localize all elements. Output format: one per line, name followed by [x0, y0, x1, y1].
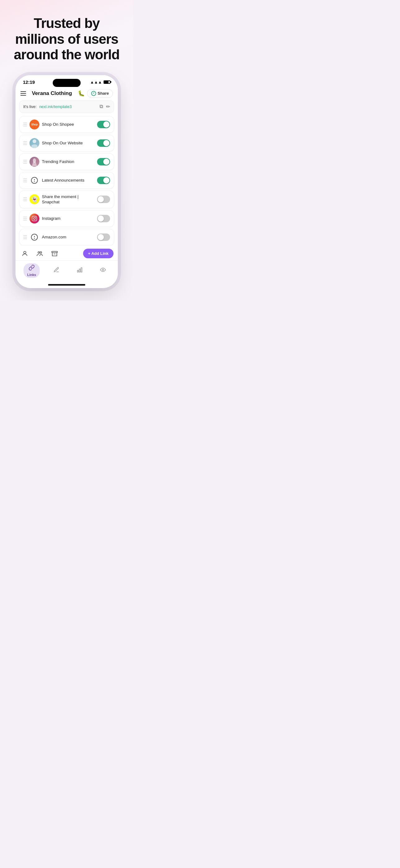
- live-link-actions: ⧉ ✏: [100, 104, 110, 110]
- bottom-nav: Links: [15, 260, 118, 283]
- instagram-label: Instagram: [42, 216, 95, 221]
- instagram-toggle[interactable]: [97, 215, 110, 222]
- svg-rect-19: [79, 269, 80, 272]
- svg-point-13: [24, 251, 26, 254]
- add-link-button[interactable]: + Add Link: [83, 249, 113, 258]
- live-link-bar: It's live: nexl.ink/template3 ⧉ ✏: [19, 100, 114, 113]
- links-list: Shop Shop On Shopee Shop On O: [15, 116, 118, 246]
- shopee-icon: Shop: [29, 120, 39, 129]
- links-nav-icon: [29, 265, 35, 272]
- live-prefix: It's live:: [23, 104, 37, 109]
- bottom-action-bar: + Add Link: [15, 246, 118, 260]
- design-nav-icon: [53, 267, 60, 274]
- status-time: 12:19: [23, 80, 35, 85]
- svg-point-1: [31, 144, 37, 148]
- svg-marker-3: [32, 162, 37, 166]
- amazon-toggle[interactable]: [97, 234, 110, 241]
- live-link-text: It's live: nexl.ink/template3: [23, 104, 72, 109]
- drag-handle[interactable]: [23, 197, 27, 201]
- copy-icon[interactable]: ⧉: [100, 104, 103, 110]
- status-icons: ▲▲▲: [90, 80, 110, 85]
- svg-rect-7: [32, 216, 37, 221]
- preview-nav-icon: [100, 267, 106, 274]
- snapchat-label: Share the moment | Snapchat: [42, 194, 95, 205]
- svg-point-14: [38, 251, 40, 253]
- links-nav-label: Links: [27, 273, 36, 277]
- link-item-shopee: Shop Shop On Shopee: [19, 116, 114, 133]
- link-item-fashion: Trending Fashion: [19, 153, 114, 170]
- svg-point-21: [102, 269, 104, 270]
- share-button[interactable]: Share: [87, 89, 113, 98]
- svg-point-8: [33, 218, 35, 219]
- link-item-snapchat: 👻 Share the moment | Snapchat: [19, 191, 114, 208]
- link-item-instagram: Instagram: [19, 210, 114, 227]
- dynamic-island: [53, 79, 80, 87]
- share-users-icon[interactable]: [35, 249, 45, 258]
- announce-label: Latest Announcements: [42, 178, 95, 183]
- hero-heading: Trusted by millions of users around the …: [0, 0, 133, 75]
- drag-handle[interactable]: [23, 179, 27, 182]
- svg-rect-18: [77, 270, 78, 272]
- app-title: Verana Clothing: [32, 90, 72, 97]
- tab-links[interactable]: Links: [24, 263, 40, 278]
- snapchat-toggle[interactable]: [97, 195, 110, 203]
- snapchat-icon: 👻: [29, 194, 39, 204]
- fashion-icon: [29, 157, 39, 167]
- share-label: Share: [98, 91, 109, 96]
- shopee-toggle[interactable]: [97, 121, 110, 128]
- svg-point-12: [34, 238, 35, 239]
- website-icon: [29, 138, 39, 148]
- edit-icon[interactable]: ✏: [106, 104, 110, 110]
- link-item-amazon: Amazon.com: [19, 229, 114, 246]
- drag-handle[interactable]: [23, 217, 27, 220]
- page-background: Trusted by millions of users around the …: [0, 0, 133, 301]
- app-bar-right: 🐛 Share: [78, 89, 113, 98]
- drag-handle[interactable]: [23, 160, 27, 164]
- link-item-website: Shop On Our Website: [19, 135, 114, 152]
- svg-point-6: [34, 181, 35, 182]
- app-bar: Verana Clothing 🐛 Share: [15, 87, 118, 100]
- tab-preview[interactable]: [96, 266, 110, 276]
- amazon-icon: [29, 232, 39, 242]
- phone-mockup: 12:19 ▲▲▲ Verana Clothing 🐛 Share: [15, 75, 118, 288]
- svg-point-9: [36, 217, 36, 217]
- live-url[interactable]: nexl.ink/template3: [39, 104, 72, 109]
- svg-point-15: [40, 251, 42, 253]
- svg-rect-20: [81, 268, 82, 272]
- svg-point-0: [33, 140, 36, 143]
- shopee-label: Shop On Shopee: [42, 122, 95, 127]
- website-label: Shop On Our Website: [42, 140, 95, 146]
- instagram-icon: [29, 214, 39, 223]
- drag-handle[interactable]: [23, 235, 27, 239]
- action-icons: [20, 249, 60, 258]
- fashion-label: Trending Fashion: [42, 159, 95, 164]
- home-indicator: [48, 284, 85, 286]
- battery-icon: [104, 81, 110, 84]
- wifi-icon: ▲▲▲: [90, 80, 102, 85]
- archive-icon[interactable]: [49, 249, 60, 258]
- drag-handle[interactable]: [23, 123, 27, 126]
- announce-icon: [29, 176, 39, 185]
- tab-design[interactable]: [49, 266, 63, 276]
- announce-toggle[interactable]: [97, 177, 110, 184]
- website-toggle[interactable]: [97, 140, 110, 147]
- status-bar: 12:19 ▲▲▲: [15, 75, 118, 87]
- fashion-toggle[interactable]: [97, 158, 110, 165]
- tab-analytics[interactable]: [73, 266, 87, 276]
- amazon-label: Amazon.com: [42, 235, 95, 240]
- analytics-nav-icon: [76, 267, 83, 274]
- debug-icon[interactable]: 🐛: [78, 90, 85, 97]
- menu-button[interactable]: [21, 91, 26, 96]
- share-icon: [91, 91, 96, 96]
- drag-handle[interactable]: [23, 141, 27, 145]
- user-icon[interactable]: [20, 249, 30, 258]
- link-item-announce: Latest Announcements: [19, 172, 114, 189]
- svg-rect-16: [52, 251, 57, 253]
